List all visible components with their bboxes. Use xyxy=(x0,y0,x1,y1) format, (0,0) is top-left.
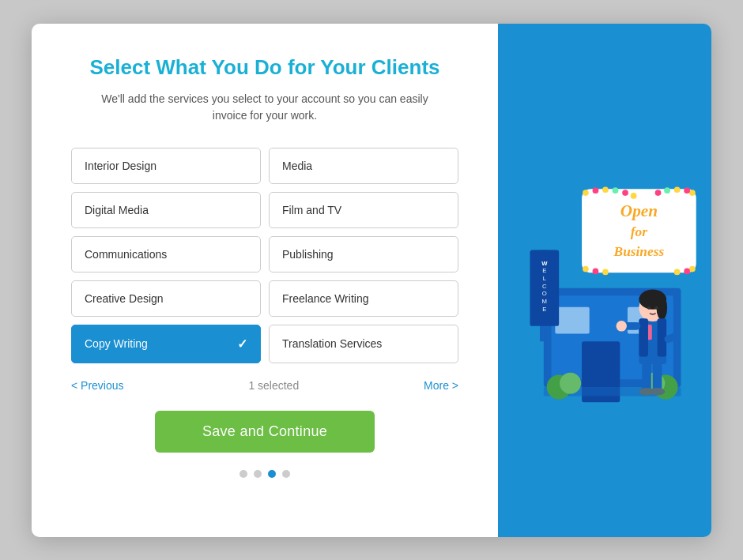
progress-dot-1 xyxy=(254,470,262,478)
progress-dot-2 xyxy=(268,470,276,478)
right-panel: W E L C O M E xyxy=(498,24,711,537)
service-label: Publishing xyxy=(282,248,334,261)
svg-point-44 xyxy=(657,295,668,320)
selected-count: 1 selected xyxy=(248,379,299,392)
svg-text:E: E xyxy=(542,267,546,274)
svg-text:M: M xyxy=(542,297,547,304)
svg-point-38 xyxy=(560,372,581,393)
svg-text:Business: Business xyxy=(613,244,665,259)
svg-rect-50 xyxy=(642,361,651,392)
service-label: Translation Services xyxy=(282,337,382,350)
svg-point-28 xyxy=(602,269,609,275)
svg-text:C: C xyxy=(542,282,547,289)
service-item-communications[interactable]: Communications xyxy=(71,236,261,272)
svg-text:Open: Open xyxy=(620,201,658,220)
svg-point-17 xyxy=(602,186,609,193)
progress-dot-3 xyxy=(282,470,290,478)
svg-text:for: for xyxy=(631,224,647,239)
service-item-translation-services[interactable]: Translation Services xyxy=(269,325,458,363)
save-continue-button[interactable]: Save and Continue xyxy=(155,411,375,453)
page-subtitle: We'll add the services you select to you… xyxy=(91,91,439,124)
svg-point-15 xyxy=(583,190,589,196)
svg-point-25 xyxy=(655,190,662,196)
checkmark-icon: ✓ xyxy=(237,336,247,351)
svg-rect-3 xyxy=(555,306,589,333)
progress-dot-0 xyxy=(239,470,247,478)
svg-point-46 xyxy=(655,306,658,309)
service-item-digital-media[interactable]: Digital Media xyxy=(71,192,261,228)
svg-point-29 xyxy=(689,265,696,272)
svg-point-20 xyxy=(631,193,637,199)
service-item-copy-writing[interactable]: Copy Writing✓ xyxy=(71,325,261,363)
svg-point-53 xyxy=(650,387,665,395)
service-label: Creative Design xyxy=(85,292,164,305)
svg-text:E: E xyxy=(542,305,546,312)
main-modal: Select What You Do for Your Clients We'l… xyxy=(32,24,711,537)
service-label: Interior Design xyxy=(85,160,157,172)
service-label: Media xyxy=(282,160,312,172)
service-item-publishing[interactable]: Publishing xyxy=(269,236,458,272)
svg-point-27 xyxy=(593,268,599,274)
svg-point-30 xyxy=(684,268,690,274)
svg-point-16 xyxy=(593,187,599,194)
service-label: Digital Media xyxy=(85,204,149,216)
more-link[interactable]: More > xyxy=(424,379,458,392)
service-item-media[interactable]: Media xyxy=(269,148,458,184)
svg-text:W: W xyxy=(541,259,548,266)
svg-rect-51 xyxy=(653,361,662,392)
svg-point-31 xyxy=(674,269,681,275)
previous-link[interactable]: < Previous xyxy=(71,379,124,392)
svg-point-26 xyxy=(583,265,589,272)
svg-point-56 xyxy=(616,321,627,332)
svg-point-22 xyxy=(684,187,690,194)
service-item-creative-design[interactable]: Creative Design xyxy=(71,280,261,317)
progress-dots xyxy=(239,470,290,478)
svg-text:L: L xyxy=(543,274,547,281)
nav-row: < Previous 1 selected More > xyxy=(71,379,458,392)
left-panel: Select What You Do for Your Clients We'l… xyxy=(32,24,498,537)
svg-text:O: O xyxy=(542,290,547,297)
service-label: Communications xyxy=(85,248,167,261)
svg-point-18 xyxy=(613,187,619,194)
svg-point-23 xyxy=(674,186,681,193)
page-title: Select What You Do for Your Clients xyxy=(89,55,439,80)
services-grid: Interior DesignMediaDigital MediaFilm an… xyxy=(71,148,458,363)
svg-point-24 xyxy=(664,187,670,194)
service-label: Film and TV xyxy=(282,204,341,216)
service-item-freelance-writing[interactable]: Freelance Writing xyxy=(269,280,458,317)
svg-text:✦: ✦ xyxy=(685,207,695,219)
service-label: Copy Writing xyxy=(85,337,148,350)
service-item-interior-design[interactable]: Interior Design xyxy=(71,148,261,184)
service-label: Freelance Writing xyxy=(282,292,368,305)
svg-rect-48 xyxy=(639,318,648,356)
illustration: W E L C O M E xyxy=(498,24,711,537)
svg-point-45 xyxy=(647,306,651,309)
service-item-film-and-tv[interactable]: Film and TV xyxy=(269,192,458,228)
svg-point-19 xyxy=(622,190,628,196)
svg-point-21 xyxy=(689,190,696,196)
